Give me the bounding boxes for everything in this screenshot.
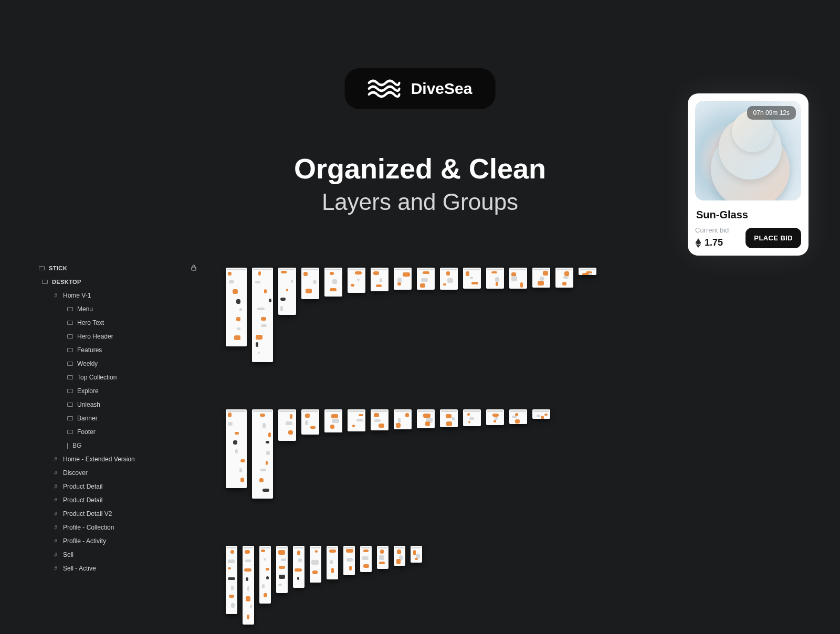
artboard-thumb[interactable]	[226, 268, 247, 346]
layer-item[interactable]: Top Collection	[39, 371, 202, 384]
layer-item[interactable]: Weekly	[39, 357, 202, 371]
layer-frame[interactable]: Product Detail V2	[39, 507, 202, 521]
artboard-thumb[interactable]	[278, 409, 296, 441]
artboard-thumb[interactable]	[243, 546, 254, 625]
layer-item[interactable]: Unleash	[39, 398, 202, 411]
nft-card: 07h 09m 12s Sun-Glass Current bid 1.75 P…	[688, 93, 808, 256]
thumb-row-1	[226, 268, 614, 362]
layer-frame[interactable]: Home - Extended Version	[39, 452, 202, 466]
layer-frame[interactable]: Discover	[39, 466, 202, 480]
frame-icon	[42, 280, 48, 284]
artboard-thumb[interactable]	[348, 409, 365, 431]
group-icon	[67, 375, 73, 379]
artboard-thumbnails	[226, 268, 614, 634]
artboard-thumb[interactable]	[324, 409, 342, 432]
artboard-thumb[interactable]	[579, 268, 596, 275]
artboard-thumb[interactable]	[394, 546, 405, 566]
lock-icon	[191, 265, 196, 272]
artboard-thumb[interactable]	[278, 268, 296, 315]
artboard-thumb[interactable]	[276, 546, 288, 593]
layer-frame[interactable]: Product Detail	[39, 493, 202, 507]
artboard-thumb[interactable]	[252, 409, 273, 499]
layer-stick[interactable]: STICK	[39, 261, 202, 275]
layer-bg[interactable]: BG	[39, 439, 202, 452]
thumb-row-2	[226, 409, 614, 499]
artboard-thumb[interactable]	[324, 268, 342, 297]
auction-timer: 07h 09m 12s	[747, 106, 796, 120]
group-icon	[67, 307, 73, 311]
nft-image: 07h 09m 12s	[695, 101, 801, 200]
layer-item[interactable]: Hero Header	[39, 330, 202, 343]
artboard-thumb[interactable]	[371, 268, 388, 291]
artboard-thumb[interactable]	[226, 409, 247, 488]
artboard-thumb[interactable]	[417, 409, 435, 428]
artboard-thumb[interactable]	[348, 268, 365, 293]
artboard-thumb[interactable]	[486, 268, 504, 289]
group-icon	[67, 403, 73, 407]
layers-panel[interactable]: STICK DESKTOP Home V-1 Menu Hero Text He…	[39, 261, 202, 575]
hash-icon	[52, 456, 59, 462]
frame-icon	[39, 266, 45, 270]
artboard-thumb[interactable]	[532, 409, 550, 419]
group-icon	[67, 430, 73, 434]
layer-frame[interactable]: Product Detail	[39, 480, 202, 493]
artboard-thumb[interactable]	[360, 546, 372, 572]
layer-frame[interactable]: Profile - Collection	[39, 521, 202, 534]
layer-desktop[interactable]: DESKTOP	[39, 275, 202, 289]
hash-icon	[52, 552, 59, 558]
artboard-thumb[interactable]	[394, 268, 412, 290]
artboard-thumb[interactable]	[440, 409, 458, 427]
artboard-thumb[interactable]	[411, 546, 422, 563]
group-icon	[67, 416, 73, 420]
layer-item[interactable]: Features	[39, 343, 202, 357]
group-icon	[67, 362, 73, 366]
artboard-thumb[interactable]	[440, 268, 458, 290]
artboard-thumb[interactable]	[343, 546, 355, 575]
artboard-thumb[interactable]	[293, 546, 304, 588]
nft-title: Sun-Glass	[696, 209, 800, 221]
layer-item[interactable]: Hero Text	[39, 316, 202, 330]
layer-frame[interactable]: Home V-1	[39, 289, 202, 302]
artboard-thumb[interactable]	[509, 409, 527, 424]
bid-label: Current bid	[695, 226, 729, 234]
hash-icon	[52, 565, 59, 572]
artboard-thumb[interactable]	[394, 409, 412, 429]
layer-item[interactable]: Footer	[39, 425, 202, 439]
artboard-thumb[interactable]	[252, 268, 273, 362]
layer-frame[interactable]: Sell	[39, 548, 202, 562]
layer-frame[interactable]: Profile - Activity	[39, 534, 202, 548]
rect-icon	[67, 443, 68, 449]
group-icon	[67, 348, 73, 352]
layer-frame[interactable]: Sell - Active	[39, 562, 202, 575]
artboard-thumb[interactable]	[463, 409, 481, 426]
layer-item[interactable]: Menu	[39, 302, 202, 316]
artboard-thumb[interactable]	[417, 268, 435, 290]
artboard-thumb[interactable]	[463, 268, 481, 289]
hash-icon	[52, 511, 59, 517]
artboard-thumb[interactable]	[259, 546, 271, 604]
artboard-thumb[interactable]	[226, 546, 237, 614]
artboard-thumb[interactable]	[327, 546, 338, 579]
ethereum-icon	[695, 238, 701, 248]
artboard-thumb[interactable]	[310, 546, 321, 583]
artboard-thumb[interactable]	[377, 546, 388, 569]
artboard-thumb[interactable]	[371, 409, 388, 430]
layer-item[interactable]: Banner	[39, 411, 202, 425]
hash-icon	[52, 524, 59, 531]
thumb-row-3	[226, 546, 614, 625]
place-bid-button[interactable]: PLACE BID	[746, 228, 801, 248]
artboard-thumb[interactable]	[301, 268, 319, 299]
hash-icon	[52, 483, 59, 490]
group-icon	[67, 321, 73, 325]
hash-icon	[52, 470, 59, 476]
hash-icon	[52, 538, 59, 544]
svg-rect-0	[192, 267, 196, 270]
layer-item[interactable]: Explore	[39, 384, 202, 398]
artboard-thumb[interactable]	[509, 268, 527, 289]
artboard-thumb[interactable]	[532, 268, 550, 288]
artboard-thumb[interactable]	[555, 268, 573, 288]
wave-logo-icon	[368, 79, 401, 99]
group-icon	[67, 334, 73, 339]
artboard-thumb[interactable]	[486, 409, 504, 425]
artboard-thumb[interactable]	[301, 409, 319, 435]
